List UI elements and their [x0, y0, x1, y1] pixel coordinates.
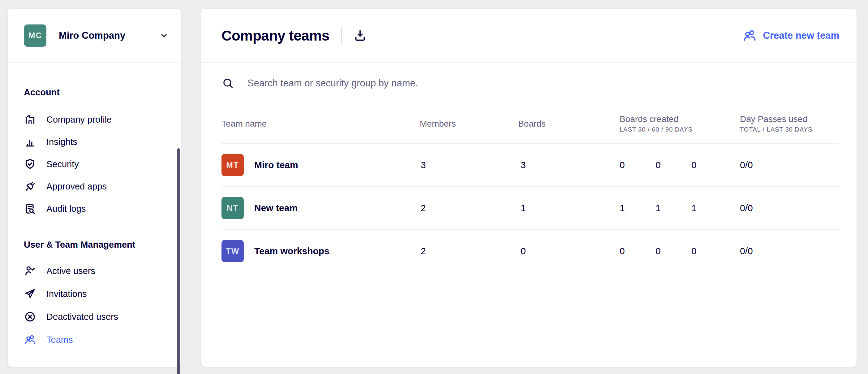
shield-check-icon [24, 158, 36, 170]
column-header-day-passes: Day Passes used TOTAL / LAST 30 DAYS [740, 114, 839, 133]
page-title: Company teams [221, 27, 330, 44]
create-new-team-label: Create new team [763, 30, 839, 41]
plug-icon [24, 180, 36, 193]
sidebar-nav: Account Company profile Insights [8, 62, 181, 367]
document-search-icon [24, 202, 36, 215]
paper-plane-icon [24, 288, 36, 300]
column-subheader-boards-created: LAST 30 / 60 / 90 DAYS [620, 126, 740, 133]
boards-created-cell: 1 1 1 [620, 203, 740, 213]
building-icon [24, 113, 36, 126]
sidebar-item-label: Security [46, 159, 79, 169]
boards-created-cell: 0 0 0 [620, 160, 740, 170]
day-passes-used: 0/0 [740, 246, 839, 256]
sidebar-item-label: Deactivated users [46, 312, 118, 322]
boards-created-90: 1 [691, 203, 727, 213]
team-name: Miro team [254, 160, 298, 170]
boards-count: 3 [518, 160, 620, 170]
boards-created-90: 0 [691, 246, 727, 256]
search-bar [202, 62, 857, 104]
team-avatar: TW [221, 240, 244, 262]
sidebar-item-approved-apps[interactable]: Approved apps [24, 175, 170, 198]
table-row-team-workshops[interactable]: TW Team workshops 2 0 0 0 0 0/0 [221, 229, 839, 272]
boards-created-60: 0 [655, 160, 691, 170]
column-subheader-day-passes: TOTAL / LAST 30 DAYS [740, 126, 839, 133]
main-panel: Company teams Create new team [202, 9, 857, 367]
day-passes-used: 0/0 [740, 203, 839, 213]
column-header-boards-created: Boards created LAST 30 / 60 / 90 DAYS [620, 114, 740, 133]
boards-created-90: 0 [691, 160, 727, 170]
workspace-initials: MC [28, 31, 42, 40]
boards-created-30: 0 [620, 160, 655, 170]
sidebar-item-teams[interactable]: Teams [24, 328, 170, 351]
sidebar-item-label: Audit logs [46, 204, 86, 214]
sidebar-item-company-profile[interactable]: Company profile [24, 108, 170, 131]
team-cell: NT New team [221, 197, 420, 219]
day-passes-used: 0/0 [740, 160, 839, 170]
sidebar-item-active-users[interactable]: Active users [24, 259, 170, 282]
sidebar-item-insights[interactable]: Insights [24, 131, 170, 153]
column-header-members: Members [420, 119, 518, 129]
boards-count: 1 [518, 203, 620, 213]
boards-created-60: 1 [655, 203, 691, 213]
nav-heading-account: Account [24, 86, 170, 98]
sidebar-item-deactivated-users[interactable]: Deactivated users [24, 305, 170, 328]
sidebar-item-label: Company profile [46, 115, 112, 125]
miro-admin-page: MC Miro Company Account Company profile [0, 0, 868, 374]
workspace-selector[interactable]: MC Miro Company [8, 9, 181, 62]
sidebar-item-label: Active users [46, 266, 95, 276]
team-cell: MT Miro team [221, 154, 420, 176]
title-separator [341, 27, 342, 44]
circle-x-icon [24, 311, 36, 323]
main-header: Company teams Create new team [202, 9, 857, 62]
sidebar: MC Miro Company Account Company profile [8, 9, 181, 367]
people-icon [24, 334, 36, 346]
nav-heading-user-team-management: User & Team Management [24, 238, 170, 251]
bar-chart-icon [24, 136, 36, 148]
team-avatar: MT [221, 154, 244, 176]
members-count: 3 [420, 160, 518, 170]
column-header-team-name: Team name [221, 119, 420, 129]
workspace-avatar: MC [24, 25, 46, 47]
team-name: New team [254, 203, 298, 213]
download-icon [353, 28, 367, 43]
workspace-name: Miro Company [59, 30, 159, 41]
sidebar-item-security[interactable]: Security [24, 153, 170, 175]
members-count: 2 [420, 246, 518, 256]
boards-created-60: 0 [655, 246, 691, 256]
export-teams-button[interactable] [353, 28, 367, 43]
team-name: Team workshops [254, 246, 330, 256]
table-header-row: Team name Members Boards Boards created … [221, 104, 839, 143]
people-icon [742, 28, 757, 43]
sidebar-item-label: Teams [46, 335, 73, 345]
sidebar-scrollbar-thumb[interactable] [177, 148, 180, 374]
team-cell: TW Team workshops [221, 240, 420, 262]
boards-created-30: 1 [620, 203, 655, 213]
boards-created-30: 0 [620, 246, 655, 256]
create-new-team-button[interactable]: Create new team [742, 28, 839, 43]
column-header-boards: Boards [518, 119, 620, 129]
sidebar-item-label: Insights [46, 137, 78, 147]
sidebar-item-label: Approved apps [46, 181, 107, 192]
table-row-new-team[interactable]: NT New team 2 1 1 1 1 0/0 [221, 186, 839, 229]
boards-created-cell: 0 0 0 [620, 246, 740, 256]
teams-table: Team name Members Boards Boards created … [221, 104, 839, 272]
sidebar-item-label: Invitations [46, 289, 87, 299]
team-avatar: NT [221, 197, 244, 219]
boards-count: 0 [518, 246, 620, 256]
user-check-icon [24, 265, 36, 277]
members-count: 2 [420, 203, 518, 213]
sidebar-item-invitations[interactable]: Invitations [24, 282, 170, 305]
table-row-miro-team[interactable]: MT Miro team 3 3 0 0 0 0/0 [221, 144, 839, 186]
search-input[interactable] [247, 78, 619, 89]
sidebar-item-audit-logs[interactable]: Audit logs [24, 198, 170, 220]
search-icon [221, 77, 235, 90]
chevron-down-icon [159, 31, 168, 40]
